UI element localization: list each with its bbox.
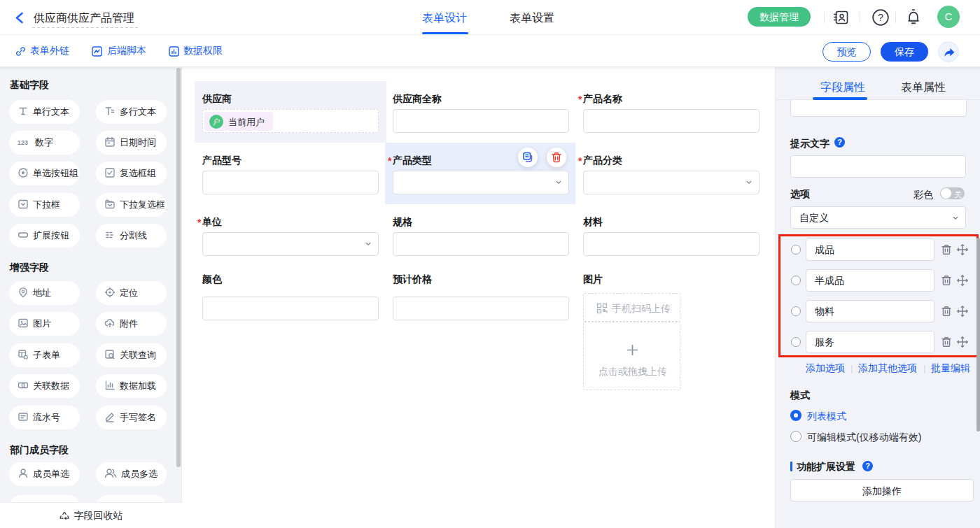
svg-text:123: 123: [18, 138, 28, 145]
svg-text:?: ?: [878, 12, 883, 23]
